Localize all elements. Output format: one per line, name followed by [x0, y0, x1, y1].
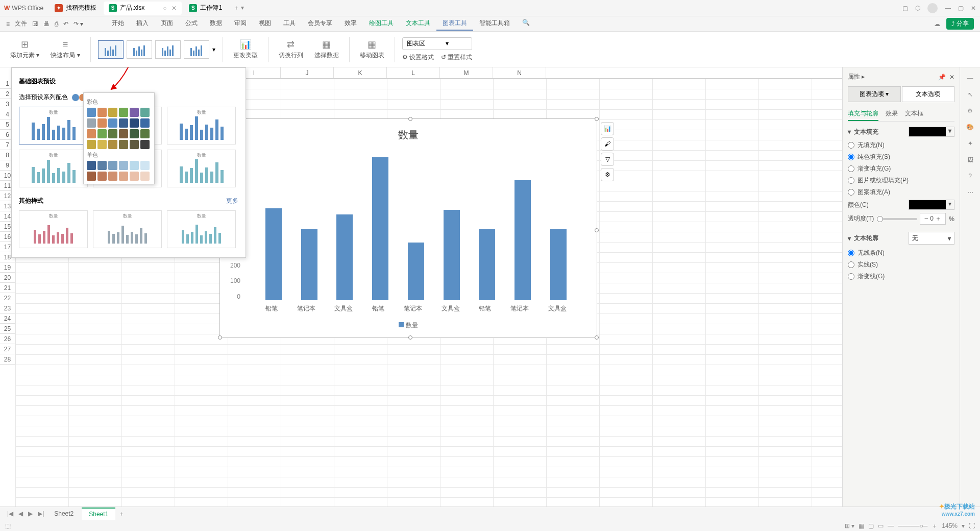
cloud-icon[interactable]: ☁: [934, 20, 940, 28]
gear-icon[interactable]: ⚙: [601, 168, 614, 181]
redo-icon[interactable]: ↷ ▾: [74, 20, 83, 28]
opt-fill-solid[interactable]: 纯色填充(S): [848, 153, 954, 161]
tab-add-button[interactable]: ＋ ▾: [229, 4, 248, 12]
switch-rc-button[interactable]: ⇄切换行列: [276, 39, 306, 60]
quick-layout-button[interactable]: ≡快速布局 ▾: [47, 39, 83, 60]
subtab-textbox[interactable]: 文本框: [905, 107, 923, 121]
menu-member[interactable]: 会员专享: [302, 17, 338, 31]
close-icon[interactable]: ✕: [172, 5, 177, 12]
hamburger-icon[interactable]: ≡: [6, 20, 10, 28]
opt-fill-none[interactable]: 无填充(N): [848, 141, 954, 150]
cursor-icon[interactable]: ↖: [968, 91, 973, 98]
view-normal-icon[interactable]: ⊞ ▾: [845, 522, 854, 529]
print-icon[interactable]: 🖶: [43, 20, 50, 28]
menu-data[interactable]: 数据: [204, 17, 228, 31]
opt-line-solid[interactable]: 实线(S): [848, 260, 954, 269]
chart-type-icon[interactable]: 📊: [601, 122, 614, 135]
zoom-in[interactable]: ＋: [932, 522, 938, 530]
menu-review[interactable]: 审阅: [228, 17, 253, 31]
cube-icon[interactable]: ⬡: [915, 5, 920, 12]
sheet-nav-last[interactable]: ▶|: [36, 510, 46, 517]
preview-icon[interactable]: ⎙: [55, 20, 58, 28]
opacity-input[interactable]: ‒ 0 ＋: [920, 213, 946, 225]
menu-efficiency[interactable]: 效率: [338, 17, 363, 31]
outline-select[interactable]: 无▾: [909, 232, 954, 245]
palette-row[interactable]: [87, 172, 151, 181]
spreadsheet-grid[interactable]: EFGHIJKLMN 12345678910111213141516171819…: [0, 67, 842, 506]
tab-workbook1[interactable]: S工作簿1: [184, 2, 227, 15]
image-icon[interactable]: 🖼: [967, 156, 973, 163]
preset-2[interactable]: [127, 40, 152, 59]
tab-template[interactable]: ✦找稻壳模板: [50, 2, 102, 15]
opt-fill-grad[interactable]: 渐变填充(G): [848, 164, 954, 173]
preset-card[interactable]: 数量: [19, 150, 88, 187]
preset-3[interactable]: [155, 40, 181, 59]
preset-1[interactable]: [98, 40, 124, 59]
opt-fill-pat[interactable]: 图案填充(A): [848, 188, 954, 197]
move-chart-button[interactable]: ▦移动图表: [357, 39, 387, 60]
preset-more[interactable]: ▾: [212, 46, 215, 53]
other-preset-card[interactable]: 数量: [93, 210, 162, 248]
undo-icon[interactable]: ↶: [63, 20, 68, 28]
color-swatch[interactable]: ▾: [909, 200, 954, 210]
section-text-outline[interactable]: 文本轮廓: [854, 234, 878, 243]
menu-chart-tools[interactable]: 图表工具: [436, 17, 473, 31]
search-icon[interactable]: 🔍: [516, 17, 536, 31]
save-icon[interactable]: 🖫: [32, 20, 38, 28]
preset-card[interactable]: 数量: [19, 107, 88, 144]
menu-start[interactable]: 开始: [106, 17, 130, 31]
fullscreen-icon[interactable]: ⛶: [969, 522, 975, 529]
menu-tools[interactable]: 工具: [277, 17, 302, 31]
brush-icon[interactable]: 🖌: [601, 137, 614, 151]
filter-icon[interactable]: ▽: [601, 153, 614, 166]
tab-text-options[interactable]: 文本选项: [902, 86, 955, 102]
tab-chart-options[interactable]: 图表选项 ▾: [848, 86, 901, 102]
palette-row[interactable]: [87, 108, 151, 117]
menu-draw-tools[interactable]: 绘图工具: [363, 17, 400, 31]
reset-style-button[interactable]: ↺ 重置样式: [441, 53, 472, 62]
view-page-icon[interactable]: ▢: [868, 522, 874, 529]
zoom-value[interactable]: 145%: [942, 522, 958, 529]
preset-card[interactable]: 数量: [167, 107, 236, 144]
palette-row[interactable]: [87, 129, 151, 138]
menu-page[interactable]: 页面: [155, 17, 179, 31]
opt-fill-pic[interactable]: 图片或纹理填充(P): [848, 176, 954, 185]
window-icon[interactable]: ▢: [902, 5, 908, 12]
zoom-out[interactable]: —: [888, 522, 894, 529]
more-icon[interactable]: ⋯: [967, 189, 973, 196]
menu-insert[interactable]: 插入: [130, 17, 155, 31]
opt-line-none[interactable]: 无线条(N): [848, 249, 954, 257]
share-button[interactable]: ⤴ 分享: [946, 18, 974, 30]
settings-icon[interactable]: ⚙: [967, 107, 973, 114]
opt-line-grad[interactable]: 渐变线(G): [848, 272, 954, 281]
close-icon[interactable]: ✕: [949, 74, 954, 81]
file-menu[interactable]: 文件: [15, 19, 27, 28]
menu-formula[interactable]: 公式: [179, 17, 204, 31]
collapse-icon[interactable]: —: [967, 75, 973, 82]
change-type-button[interactable]: 📊更改类型: [230, 39, 261, 60]
select-data-button[interactable]: ▦选择数据: [311, 39, 342, 60]
preset-4[interactable]: [184, 40, 209, 59]
chart-title[interactable]: 数量: [220, 128, 597, 142]
view-grid-icon[interactable]: ▦: [859, 522, 864, 529]
palette-row[interactable]: [87, 161, 151, 170]
subtab-effect[interactable]: 效果: [886, 107, 898, 121]
section-text-fill[interactable]: 文本填充: [854, 128, 878, 136]
fill-swatch[interactable]: ▾: [909, 127, 954, 137]
avatar[interactable]: [927, 3, 938, 13]
other-preset-card[interactable]: 数量: [167, 210, 236, 248]
subtab-fill[interactable]: 填充与轮廓: [848, 107, 878, 121]
embedded-chart[interactable]: 数量 9008007006005004003002001000 铅笔笔记本文具盒…: [219, 118, 597, 338]
sheet-add[interactable]: ＋: [116, 510, 127, 518]
palette-row[interactable]: [87, 118, 151, 128]
sheet-nav-first[interactable]: |◀: [5, 510, 15, 517]
chart-area-select[interactable]: 图表区▾: [402, 37, 473, 50]
other-preset-card[interactable]: 数量: [19, 210, 88, 248]
palette-row[interactable]: [87, 140, 151, 149]
menu-view[interactable]: 视图: [253, 17, 277, 31]
view-read-icon[interactable]: ▭: [878, 522, 884, 529]
menu-text-tools[interactable]: 文本工具: [400, 17, 436, 31]
maximize-icon[interactable]: ▢: [958, 5, 964, 12]
help-icon[interactable]: ?: [968, 173, 972, 180]
sheet-tab-2[interactable]: Sheet2: [47, 508, 81, 519]
